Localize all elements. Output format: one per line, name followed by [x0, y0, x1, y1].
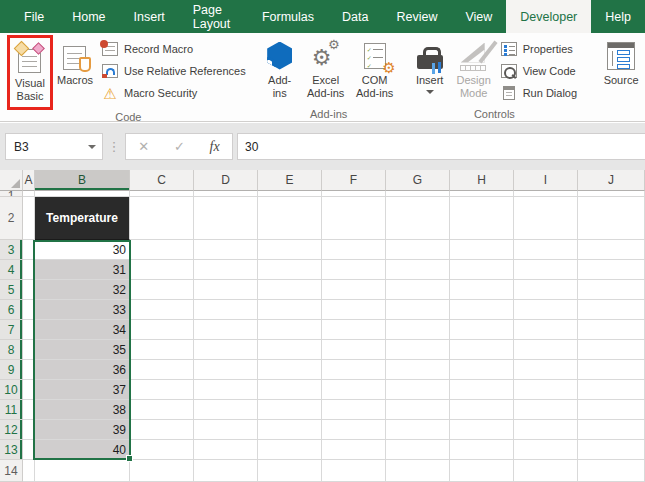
- column-header-H[interactable]: H: [450, 170, 514, 191]
- cell-A14[interactable]: [23, 460, 35, 482]
- cell-H5[interactable]: [450, 280, 514, 300]
- cell-G3[interactable]: [386, 240, 450, 260]
- cell-H2[interactable]: [450, 197, 514, 240]
- cell-J8[interactable]: [578, 340, 645, 360]
- cell-I11[interactable]: [514, 400, 578, 420]
- cell-G12[interactable]: [386, 420, 450, 440]
- row-header-12[interactable]: 12: [0, 420, 23, 440]
- cell-D13[interactable]: [194, 440, 258, 460]
- excel-add-ins-button[interactable]: ⚙⚙ Excel Add-ins: [302, 35, 350, 107]
- row-header-7[interactable]: 7: [0, 320, 23, 340]
- cell-G7[interactable]: [386, 320, 450, 340]
- run-dialog-button[interactable]: Run Dialog: [496, 82, 581, 104]
- enter-button[interactable]: ✓: [174, 140, 185, 153]
- cell-I6[interactable]: [514, 300, 578, 320]
- cell-I4[interactable]: [514, 260, 578, 280]
- cell-D10[interactable]: [194, 380, 258, 400]
- cell-D6[interactable]: [194, 300, 258, 320]
- cell-J2[interactable]: [578, 197, 645, 240]
- cell-B10[interactable]: 37: [35, 380, 130, 400]
- cell-D7[interactable]: [194, 320, 258, 340]
- cell-E9[interactable]: [258, 360, 322, 380]
- cell-E5[interactable]: [258, 280, 322, 300]
- cell-E2[interactable]: [258, 197, 322, 240]
- cell-D2[interactable]: [194, 197, 258, 240]
- cell-H10[interactable]: [450, 380, 514, 400]
- cell-J9[interactable]: [578, 360, 645, 380]
- row-header-2[interactable]: 2: [0, 197, 23, 240]
- cell-F14[interactable]: [322, 460, 386, 482]
- tab-view[interactable]: View: [451, 0, 506, 33]
- cell-G13[interactable]: [386, 440, 450, 460]
- cell-I3[interactable]: [514, 240, 578, 260]
- cell-A6[interactable]: [23, 300, 35, 320]
- cell-G11[interactable]: [386, 400, 450, 420]
- cell-A7[interactable]: [23, 320, 35, 340]
- cell-E6[interactable]: [258, 300, 322, 320]
- tab-file[interactable]: File: [10, 0, 58, 33]
- cell-B7[interactable]: 34: [35, 320, 130, 340]
- temperature-header-cell[interactable]: Temperature: [35, 197, 130, 240]
- cell-I12[interactable]: [514, 420, 578, 440]
- cell-J4[interactable]: [578, 260, 645, 280]
- column-header-G[interactable]: G: [386, 170, 450, 191]
- cell-H14[interactable]: [450, 460, 514, 482]
- formula-input[interactable]: 30: [237, 133, 645, 160]
- cell-F4[interactable]: [322, 260, 386, 280]
- cell-I14[interactable]: [514, 460, 578, 482]
- row-header-3[interactable]: 3: [0, 240, 23, 260]
- cell-J11[interactable]: [578, 400, 645, 420]
- macros-button[interactable]: Macros: [53, 35, 97, 107]
- column-header-D[interactable]: D: [194, 170, 258, 191]
- cell-C6[interactable]: [130, 300, 194, 320]
- column-header-J[interactable]: J: [578, 170, 645, 191]
- row-header-10[interactable]: 10: [0, 380, 23, 400]
- cell-J3[interactable]: [578, 240, 645, 260]
- cell-E7[interactable]: [258, 320, 322, 340]
- cell-G5[interactable]: [386, 280, 450, 300]
- view-code-button[interactable]: View Code: [496, 60, 581, 82]
- name-box-dropdown[interactable]: [82, 145, 102, 149]
- cell-I2[interactable]: [514, 197, 578, 240]
- cell-C8[interactable]: [130, 340, 194, 360]
- cell-D14[interactable]: [194, 460, 258, 482]
- cell-D8[interactable]: [194, 340, 258, 360]
- cell-B4[interactable]: 31: [35, 260, 130, 280]
- cell-I7[interactable]: [514, 320, 578, 340]
- cell-H11[interactable]: [450, 400, 514, 420]
- cell-C2[interactable]: [130, 197, 194, 240]
- design-mode-button[interactable]: Design Mode: [452, 35, 496, 107]
- row-header-5[interactable]: 5: [0, 280, 23, 300]
- insert-control-button[interactable]: Insert: [408, 35, 452, 107]
- column-header-B[interactable]: B: [35, 170, 130, 191]
- cell-C4[interactable]: [130, 260, 194, 280]
- add-ins-button[interactable]: Add- ins: [258, 35, 302, 107]
- cell-G4[interactable]: [386, 260, 450, 280]
- cell-B12[interactable]: 39: [35, 420, 130, 440]
- tab-developer[interactable]: Developer: [506, 0, 591, 33]
- cell-B13[interactable]: 40: [35, 440, 130, 460]
- cell-I13[interactable]: [514, 440, 578, 460]
- cell-G10[interactable]: [386, 380, 450, 400]
- cell-A2[interactable]: [23, 197, 35, 240]
- record-macro-button[interactable]: Record Macro: [97, 38, 250, 60]
- row-header-8[interactable]: 8: [0, 340, 23, 360]
- cell-C11[interactable]: [130, 400, 194, 420]
- cell-E8[interactable]: [258, 340, 322, 360]
- cell-E4[interactable]: [258, 260, 322, 280]
- cell-D12[interactable]: [194, 420, 258, 440]
- cell-J7[interactable]: [578, 320, 645, 340]
- cell-F10[interactable]: [322, 380, 386, 400]
- tab-page-layout[interactable]: Page Layout: [179, 0, 248, 33]
- cell-H6[interactable]: [450, 300, 514, 320]
- row-header-14[interactable]: 14: [0, 460, 23, 482]
- source-button[interactable]: Source: [596, 35, 645, 107]
- cancel-button[interactable]: ✕: [138, 140, 149, 153]
- cell-A12[interactable]: [23, 420, 35, 440]
- cell-J6[interactable]: [578, 300, 645, 320]
- cell-F12[interactable]: [322, 420, 386, 440]
- cell-D11[interactable]: [194, 400, 258, 420]
- column-header-F[interactable]: F: [322, 170, 386, 191]
- cell-G6[interactable]: [386, 300, 450, 320]
- cell-G8[interactable]: [386, 340, 450, 360]
